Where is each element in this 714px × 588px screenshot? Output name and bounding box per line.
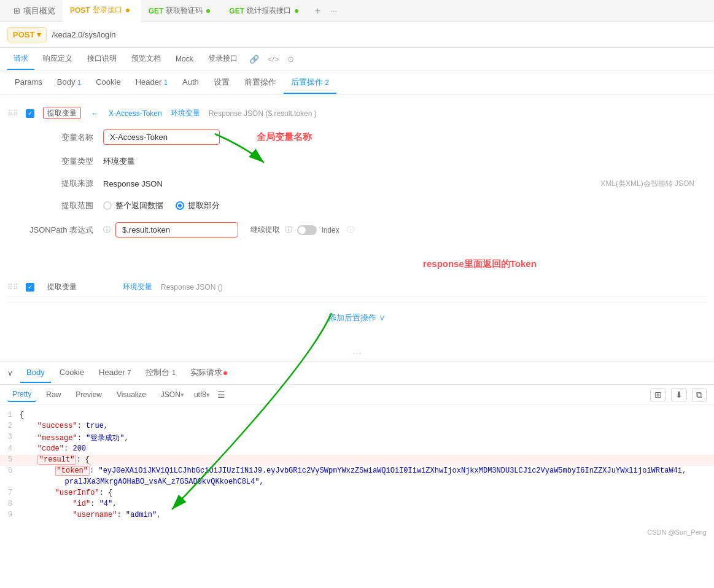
code-line-2: 2 "success": true, [0,421,714,432]
code-line-6: 6 "token": "eyJ0eXAiOiJKV1QiLCJhbGciOiJI… [0,466,714,477]
code-line-5: 5 "result": { [0,455,714,466]
code-line-4: 4 "code": 200 [0,444,714,455]
radio-dot [178,204,182,207]
download-icon[interactable]: ⬇ [671,388,687,401]
project-tab[interactable]: ⊞ 项目概览 [6,6,63,17]
code-view: 1 { 2 "success": true, 3 "message": "登录成… [0,405,714,526]
checkbox-2[interactable]: ✓ [26,283,34,292]
response-tab-header[interactable]: Header 7 [93,363,137,383]
format-type-label: JSON [161,390,180,399]
format-bar: Pretty Raw Preview Visualize JSON ▾ utf8… [0,385,714,405]
response-tab-cookie[interactable]: Cookie [53,363,90,383]
drag-handle-2[interactable]: ⠿⠿ [7,283,18,292]
params-tab-cookie[interactable]: Cookie [88,72,128,93]
add-post-action-section: 添加后置操作 ∨ [7,302,707,333]
sub-tab-response-def[interactable]: 响应定义 [37,48,79,70]
link-icon[interactable]: 🔗 [246,55,262,64]
continue-toggle[interactable] [297,225,317,235]
checkbox-1[interactable]: ✓ [26,109,34,118]
response-tab-body[interactable]: Body [20,363,51,383]
continue-hint-icon: ⓘ [285,225,292,235]
new-tab-button[interactable]: + [310,6,325,17]
divider-dots: ... [0,341,714,361]
drag-handle-1[interactable]: ⠿⠿ [7,109,18,118]
source-hint: XML(类XML)会智能转 JSON [600,179,694,189]
env-badge-1: 环境变量 [171,108,200,118]
params-tab-post-action[interactable]: 后置操作 2 [284,72,336,94]
tab-stats-dot [295,9,298,13]
method-label: POST [13,30,34,39]
index-label: index [322,226,340,234]
encoding-chevron-icon: ▾ [206,391,210,399]
sub-tab-api-desc[interactable]: 接口说明 [81,48,123,70]
range-all-label: 整个返回数据 [115,200,163,211]
params-tab-settings[interactable]: 设置 [206,72,237,94]
tab-login-name: 登录接口 [93,5,122,15]
vartype-value: 环境变量 [103,156,135,167]
params-tab-pre-action[interactable]: 前置操作 [237,72,284,94]
token-annotation-text: response里面返回的Token [423,258,537,269]
method-chevron-icon: ▾ [37,30,41,39]
range-radio-partial[interactable]: 提取部分 [176,200,220,211]
sub-tab-mock[interactable]: Mock [169,50,200,69]
more-tabs-button[interactable]: ··· [325,6,342,15]
footer: CSDN @Sun_Peng [0,526,714,538]
range-radio-group: 整个返回数据 提取部分 [103,200,220,211]
tab-login-dot [126,9,130,12]
code-line-9: 9 "username": "admin", [0,510,714,521]
format-tab-visualize[interactable]: Visualize [112,388,151,401]
env-var-1: X-Access-Token [109,109,162,118]
params-tab-auth[interactable]: Auth [175,72,206,93]
response-tab-console[interactable]: 控制台 1 [139,362,182,384]
url-input[interactable] [52,30,707,39]
env-badge-2: 环境变量 [123,282,152,292]
format-align-icon[interactable]: ☰ [217,390,225,400]
range-radio-all[interactable]: 整个返回数据 [103,200,163,211]
top-tab-bar: ⊞ 项目概览 POST 登录接口 GET 获取验证码 GET 统计报表接口 + … [0,0,714,22]
format-json-selector[interactable]: JSON ▾ [161,390,184,399]
response-badge-1: Response JSON ($.result.token ) [209,109,317,118]
range-label: 提取范围 [20,200,93,211]
code-line-7: 7 "userInfo": { [0,488,714,499]
params-tab-header[interactable]: Header 1 [128,72,175,93]
form-section: 变量名称 全局变量名称 变量类型 环境变量 提取来源 Response JSON… [7,122,707,256]
code-icon[interactable]: </> [265,55,282,64]
tab-captcha-method: GET [149,7,164,15]
encoding-selector[interactable]: utf8 ▾ [194,390,210,399]
copy-icon[interactable]: ⧉ [692,388,707,402]
tab-login-method: POST [70,6,90,15]
extract-tag-1: 提取变量 [43,108,81,118]
tab-stats-method: GET [229,7,244,15]
response-section: ∨ Body Cookie Header 7 控制台 1 实际请求 Pretty… [0,361,714,538]
params-tab-params[interactable]: Params [7,72,50,93]
format-tab-preview[interactable]: Preview [71,388,107,401]
format-tab-pretty[interactable]: Pretty [7,387,36,402]
add-post-action-button[interactable]: 添加后置操作 ∨ [328,312,386,323]
method-selector[interactable]: POST ▾ [7,27,47,42]
tab-login[interactable]: POST 登录接口 [63,0,141,22]
form-row-varname: 变量名称 全局变量名称 [20,130,694,145]
source-label: 提取来源 [20,178,93,189]
jsonpath-hint-icon: ⓘ [103,225,111,235]
continue-section: 继续提取 ⓘ index ⓘ [250,225,354,235]
expand-icon[interactable]: ⊞ [650,388,666,401]
params-tab-body[interactable]: Body 1 [50,72,88,93]
collapse-button[interactable]: ∨ [7,369,13,377]
sub-tabs-bar: 请求 响应定义 接口说明 预览文档 Mock 登录接口 🔗 </> ⊙ [0,48,714,71]
jsonpath-label: JSONPath 表达式 [20,225,93,236]
share-icon[interactable]: ⊙ [284,55,297,64]
varname-input[interactable] [103,130,220,145]
sub-tab-request[interactable]: 请求 [7,48,34,70]
sub-tab-login[interactable]: 登录接口 [202,48,244,70]
tab-captcha-dot [206,9,210,13]
tab-captcha[interactable]: GET 获取验证码 [141,0,222,22]
global-var-annotation: 全局变量名称 [257,131,312,143]
tab-stats[interactable]: GET 统计报表接口 [222,0,310,22]
code-line-1: 1 { [0,410,714,421]
response-tab-actual-request[interactable]: 实际请求 [184,362,233,384]
jsonpath-input[interactable] [115,222,238,238]
format-tab-raw[interactable]: Raw [41,388,66,401]
url-bar: POST ▾ [0,22,714,48]
sub-tab-preview-doc[interactable]: 预览文档 [125,48,167,70]
response-tabs-bar: ∨ Body Cookie Header 7 控制台 1 实际请求 [0,362,714,385]
